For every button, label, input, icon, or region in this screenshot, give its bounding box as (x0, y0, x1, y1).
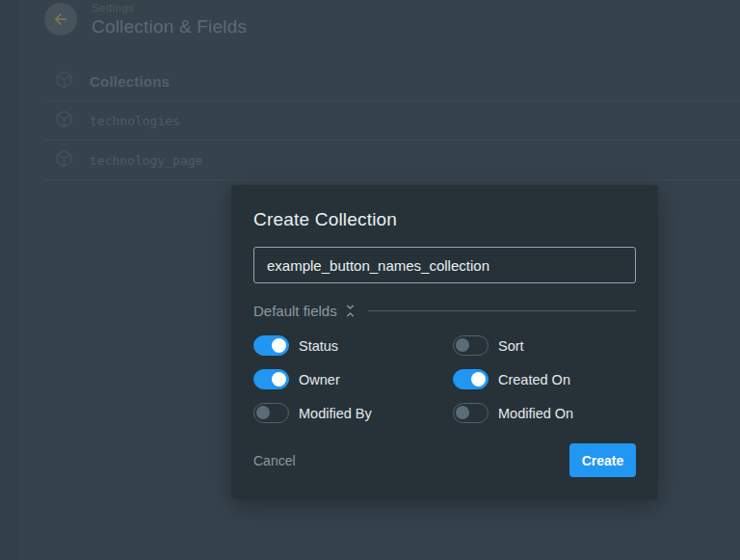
toggle-label: Sort (498, 338, 524, 354)
arrow-left-icon (52, 11, 69, 28)
modified-by-toggle[interactable] (253, 403, 289, 423)
modal-footer: Cancel Create (253, 443, 636, 477)
sort-toggle[interactable] (453, 335, 489, 356)
status-toggle[interactable] (253, 335, 289, 356)
owner-toggle[interactable] (253, 369, 289, 389)
create-collection-modal: Create Collection Default fields Status … (231, 185, 658, 499)
toggle-label: Status (299, 338, 338, 354)
toggle-knob (272, 338, 286, 353)
collections-header-label: Collections (90, 73, 170, 90)
page-title: Collection & Fields (92, 16, 247, 38)
toggle-knob (456, 406, 469, 419)
toggle-item-sort[interactable]: Sort (453, 335, 636, 356)
toggle-label: Owner (299, 372, 340, 387)
default-fields-toggles: Status Sort Owner Created On Modified By… (253, 335, 636, 423)
collection-name: technology_page (90, 153, 202, 168)
collection-row-technologies[interactable]: technologies (18, 101, 740, 140)
toggle-knob (272, 372, 286, 387)
box-icon (55, 149, 73, 172)
collection-list: Collections technologies t (18, 62, 740, 180)
divider (43, 179, 740, 180)
toggle-label: Modified On (498, 406, 573, 421)
toggle-knob (256, 406, 270, 419)
toggle-item-modified-on[interactable]: Modified On (453, 403, 636, 423)
back-button[interactable] (44, 3, 77, 36)
toggle-knob (471, 372, 486, 387)
page-header: Settings Collection & Fields (0, 0, 740, 62)
toggle-label: Modified By (299, 406, 372, 421)
created-on-toggle[interactable] (453, 369, 489, 389)
cancel-button[interactable]: Cancel (253, 445, 296, 476)
toggle-item-modified-by[interactable]: Modified By (253, 403, 453, 423)
modal-title: Create Collection (253, 209, 636, 230)
nav-sidebar (0, 0, 18, 560)
toggle-knob (456, 338, 469, 352)
collection-row-technology-page[interactable]: technology_page (18, 141, 740, 179)
create-button[interactable]: Create (569, 443, 636, 477)
toggle-item-status[interactable]: Status (253, 335, 453, 356)
collections-header-row[interactable]: Collections (18, 62, 740, 100)
divider (368, 310, 636, 311)
modified-on-toggle[interactable] (453, 403, 489, 423)
box-icon (55, 70, 73, 93)
breadcrumb[interactable]: Settings (92, 2, 134, 13)
toggle-label: Created On (498, 372, 570, 387)
default-fields-section-header: Default fields (253, 303, 636, 319)
collection-name-input[interactable] (253, 247, 636, 283)
default-fields-label: Default fields (253, 303, 337, 319)
unfold-less-icon[interactable] (344, 305, 357, 317)
toggle-item-owner[interactable]: Owner (253, 369, 453, 389)
box-icon (55, 110, 73, 132)
collection-name: technologies (90, 114, 180, 128)
toggle-item-created-on[interactable]: Created On (453, 369, 636, 389)
